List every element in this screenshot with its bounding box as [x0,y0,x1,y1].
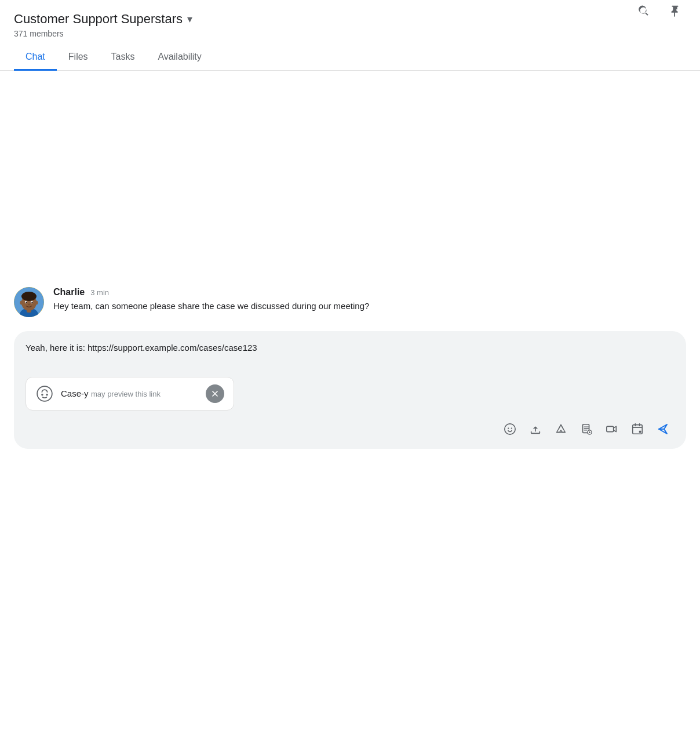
svg-point-12 [37,386,52,401]
message-item: Charlie 3 min Hey team, can someone plea… [14,287,686,317]
avatar-image [14,287,44,317]
header: Customer Support Superstars ▾ 371 member… [0,0,700,71]
send-icon [656,422,670,436]
message-text: Hey team, can someone please share the c… [53,300,686,313]
calendar-button[interactable] [626,417,649,441]
link-preview-left: Case-y may preview this link [35,384,161,403]
calendar-icon [631,423,644,435]
avatar [14,287,44,317]
tab-tasks[interactable]: Tasks [100,46,147,71]
title-row: Customer Support Superstars ▾ [14,12,192,27]
pin-icon [669,5,681,17]
svg-point-10 [20,301,23,305]
svg-point-14 [46,394,48,396]
svg-point-11 [35,301,38,305]
chat-area: Charlie 3 min Hey team, can someone plea… [0,71,700,477]
dropdown-icon[interactable]: ▾ [187,13,192,26]
group-title: Customer Support Superstars [14,12,183,27]
upload-icon [529,423,542,435]
svg-point-13 [41,394,43,396]
search-button[interactable] [633,0,655,22]
compose-input[interactable] [25,342,675,368]
sender-name: Charlie [53,287,85,297]
close-icon [210,389,220,398]
link-preview-card: Case-y may preview this link [25,377,234,411]
pin-button[interactable] [664,0,686,22]
link-icon [35,384,54,403]
tab-availability[interactable]: Availability [146,46,213,71]
emoji-button[interactable] [498,417,522,441]
link-preview-may-preview: may preview this link [91,390,161,398]
link-preview-info: Case-y may preview this link [61,388,161,399]
note-icon [580,423,593,435]
svg-point-7 [25,302,27,303]
svg-point-9 [28,304,30,306]
svg-point-4 [21,292,37,301]
members-count: 371 members [14,29,686,38]
svg-rect-22 [639,431,641,433]
svg-point-17 [511,428,512,429]
video-icon [606,423,618,435]
header-actions [633,0,686,22]
svg-rect-20 [607,426,614,431]
drive-icon [555,423,567,435]
svg-point-16 [508,428,509,429]
message-time: 3 min [90,288,109,297]
note-button[interactable] [575,417,598,441]
compose-toolbar [25,417,675,441]
emoji-icon [504,423,516,435]
svg-point-15 [505,424,515,434]
message-list: Charlie 3 min Hey team, can someone plea… [0,85,700,322]
message-content: Charlie 3 min Hey team, can someone plea… [53,287,686,313]
svg-point-8 [31,302,32,303]
send-button[interactable] [651,417,675,441]
video-button[interactable] [600,417,624,441]
message-header: Charlie 3 min [53,287,686,297]
tab-chat[interactable]: Chat [14,46,57,71]
link-preview-name: Case-y [61,388,89,398]
header-top: Customer Support Superstars ▾ [14,12,686,27]
link-dismiss-button[interactable] [206,384,224,403]
tabs: Chat Files Tasks Availability [14,45,686,70]
compose-area: Case-y may preview this link [14,331,686,449]
tab-files[interactable]: Files [57,46,100,71]
case-icon [37,386,53,402]
search-icon [637,5,650,17]
drive-button[interactable] [549,417,573,441]
upload-button[interactable] [524,417,547,441]
